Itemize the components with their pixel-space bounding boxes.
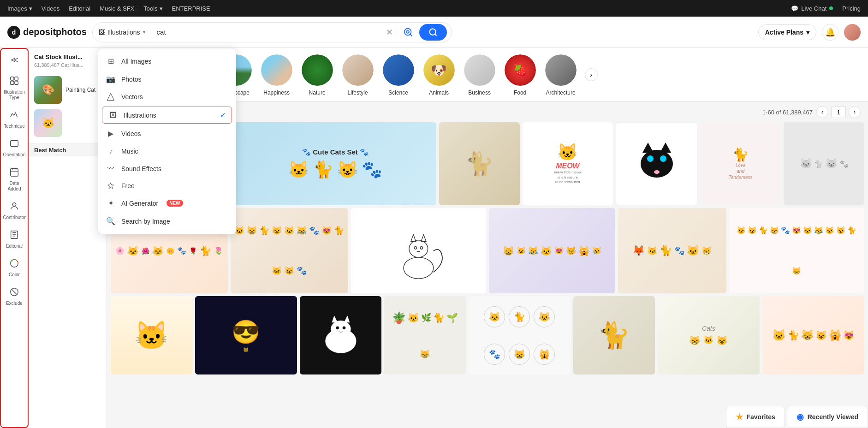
category-science[interactable]: Science bbox=[382, 54, 415, 96]
nav-videos[interactable]: Videos bbox=[42, 5, 60, 12]
illustration-type-icon bbox=[9, 76, 19, 88]
recently-viewed-bar[interactable]: ◉ Recently Viewed bbox=[787, 406, 868, 428]
header: d depositphotos 🖼 Illustrations ▾ ✕ bbox=[0, 17, 868, 48]
search-input[interactable] bbox=[151, 28, 382, 36]
illustrations-icon: 🖼 bbox=[108, 111, 118, 119]
sidebar-item-date-added[interactable]: Date Added bbox=[2, 163, 27, 196]
dropdown-free[interactable]: Free bbox=[98, 178, 236, 194]
svg-point-51 bbox=[414, 246, 417, 249]
bw-cats-item[interactable]: 🐱 🐈 😺 🐾 bbox=[784, 122, 864, 205]
sidebar-item-contributor[interactable]: Contributor bbox=[2, 197, 27, 224]
nav-tools[interactable]: Tools ▾ bbox=[143, 5, 162, 12]
science-circle bbox=[382, 54, 415, 87]
dropdown-illustrations[interactable]: 🖼 Illustrations ✓ bbox=[102, 107, 232, 124]
nav-editorial[interactable]: Editorial bbox=[69, 5, 90, 12]
editorial-label: Editorial bbox=[6, 244, 23, 249]
watercolor-cat-thumbnail: 🐱 bbox=[34, 109, 62, 137]
svg-marker-55 bbox=[332, 315, 337, 322]
svg-point-47 bbox=[404, 257, 434, 278]
category-animals[interactable]: 🐶 Animals bbox=[422, 54, 456, 96]
nature-label: Nature bbox=[309, 89, 326, 96]
dropdown-sound-effects[interactable]: 〰 Sound Effects bbox=[98, 160, 236, 178]
search-by-image-icon: 🔍 bbox=[106, 217, 116, 226]
dropdown-photos[interactable]: 📷 Photos bbox=[98, 70, 236, 88]
sidebar-item-exclude[interactable]: Exclude bbox=[2, 283, 27, 310]
cats-banner-item[interactable]: Cats 😸🐱😺 bbox=[658, 296, 760, 374]
vintage-cat-item[interactable]: 🐈 bbox=[439, 122, 520, 205]
dropdown-search-by-image[interactable]: 🔍 Search by Image bbox=[98, 212, 236, 230]
vectors-icon bbox=[106, 93, 116, 101]
pricing-button[interactable]: Pricing bbox=[842, 5, 861, 12]
next-page-button[interactable]: › bbox=[849, 106, 861, 118]
dropdown-vectors[interactable]: Vectors bbox=[98, 88, 236, 106]
svg-rect-6 bbox=[15, 77, 18, 80]
notifications-button[interactable]: 🔔 bbox=[822, 24, 838, 41]
cute-cats-set-item[interactable]: 🐾 Cute Cats Set 🐾 🐱 🐈 😺 🐾 bbox=[234, 122, 436, 205]
dropdown-music[interactable]: ♪ Music bbox=[98, 143, 236, 160]
favorites-bar[interactable]: ★ Favorites bbox=[726, 406, 785, 428]
tabby-cat-item[interactable]: 🐈 bbox=[573, 296, 655, 374]
search-bar: 🖼 Illustrations ▾ ✕ bbox=[92, 22, 452, 42]
colorful-cats-pattern-item[interactable]: 🐱😺 🐈😸 🐾😻 🐱😹 🐱😺 🐈😸 bbox=[729, 208, 864, 293]
nav-images[interactable]: Images ▾ bbox=[7, 5, 32, 12]
photos-icon: 📷 bbox=[106, 75, 116, 83]
page-number-input[interactable] bbox=[831, 106, 846, 118]
filter-thumb-painting-cat[interactable]: 🎨 Painting Cat bbox=[29, 73, 107, 107]
business-circle bbox=[463, 54, 496, 87]
search-type-icon: 🖼 bbox=[98, 29, 105, 36]
stack-cats-item[interactable]: 🐱🐈😸 😺🙀😻 bbox=[762, 296, 864, 374]
sidebar-item-technique[interactable]: Technique bbox=[2, 106, 27, 133]
filter-panel-count: 61,389,467 Cat Illus... bbox=[29, 62, 107, 73]
avatar[interactable] bbox=[844, 24, 861, 41]
animals-label: Animals bbox=[429, 89, 449, 96]
sidebar-item-color[interactable]: Color bbox=[2, 255, 27, 281]
circle-cats-item[interactable]: 🐱 🐈 😺 🐾 😸 🙀 bbox=[469, 296, 571, 374]
nature-circle bbox=[301, 54, 334, 87]
black-cat-face-item[interactable] bbox=[616, 122, 697, 205]
search-by-image-button[interactable] bbox=[401, 25, 416, 40]
meow-cat-item[interactable]: 🐱 MEOW every little meowis a treasureto … bbox=[523, 122, 613, 205]
category-lifestyle[interactable]: Lifestyle bbox=[341, 54, 375, 96]
top-navigation: Images ▾ Videos Editorial Music & SFX To… bbox=[0, 0, 868, 17]
bw-sketch-cat-item[interactable] bbox=[300, 296, 381, 374]
category-nature[interactable]: Nature bbox=[301, 54, 334, 96]
category-food[interactable]: 🍓 Food bbox=[504, 54, 537, 96]
orange-cats-item[interactable]: 🦊🐱 🐈🐾 🐱😸 bbox=[618, 208, 726, 293]
nav-enterprise[interactable]: ENTERPRISE bbox=[172, 5, 210, 12]
dropdown-all-images[interactable]: ⊞ All Images bbox=[98, 52, 236, 70]
category-business[interactable]: Business bbox=[463, 54, 496, 96]
sidebar-item-orientation[interactable]: Orientation bbox=[2, 135, 27, 161]
active-plans-button[interactable]: Active Plans ▾ bbox=[758, 24, 816, 40]
clear-search-button[interactable]: ✕ bbox=[382, 27, 397, 37]
best-match-bar[interactable]: Best Match bbox=[29, 143, 107, 156]
category-architecture[interactable]: Architecture bbox=[544, 54, 577, 96]
cartoon-cats-item[interactable]: 🐱😸🐈 😺🐱😹 🐾😻🐈 🐱😺🐾 bbox=[231, 208, 348, 293]
search-type-dropdown[interactable]: 🖼 Illustrations ▾ bbox=[93, 23, 151, 42]
live-chat-button[interactable]: 💬 Live Chat bbox=[791, 5, 833, 12]
orange-tabby-item[interactable]: 🐱 bbox=[111, 296, 192, 374]
sidebar-toggle-button[interactable]: ≪ bbox=[7, 53, 21, 66]
plant-cat-item[interactable]: 🪴🐱 🌿🐈 🌱😸 bbox=[384, 296, 466, 374]
date-added-icon bbox=[9, 167, 19, 179]
category-next-button[interactable]: › bbox=[585, 68, 598, 81]
logo[interactable]: d depositphotos bbox=[7, 26, 87, 39]
date-added-label: Date Added bbox=[4, 181, 25, 192]
svg-rect-8 bbox=[15, 81, 18, 84]
nav-music-sfx[interactable]: Music & SFX bbox=[100, 5, 134, 12]
line-art-cat-item[interactable] bbox=[351, 208, 486, 293]
category-happiness[interactable]: Happiness bbox=[260, 54, 293, 96]
love-tenderness-item[interactable]: 🐈 LoveandTenderness bbox=[700, 122, 781, 205]
filter-thumb-watercolor[interactable]: 🐱 bbox=[29, 107, 107, 140]
funny-cats-item[interactable]: 😸😺 😹🐱 😻😾 🙀😿 bbox=[489, 208, 615, 293]
left-sidebar: ≪ Illustration Type Technique bbox=[0, 48, 29, 428]
architecture-circle bbox=[544, 54, 577, 87]
color-label: Color bbox=[9, 272, 20, 278]
search-type-dropdown-menu: ⊞ All Images 📷 Photos Vectors 🖼 Illustra… bbox=[98, 48, 236, 234]
sidebar-item-illustration-type[interactable]: Illustration Type bbox=[2, 72, 27, 104]
search-submit-button[interactable] bbox=[419, 24, 447, 41]
dark-sunglasses-cat-item[interactable]: 😎 😸 bbox=[195, 296, 297, 374]
dropdown-ai-generator[interactable]: ✦ AI Generator NEW bbox=[98, 194, 236, 212]
sidebar-item-editorial[interactable]: Editorial bbox=[2, 226, 27, 253]
dropdown-videos[interactable]: ▶ Videos bbox=[98, 125, 236, 143]
prev-page-button[interactable]: ‹ bbox=[816, 106, 828, 118]
